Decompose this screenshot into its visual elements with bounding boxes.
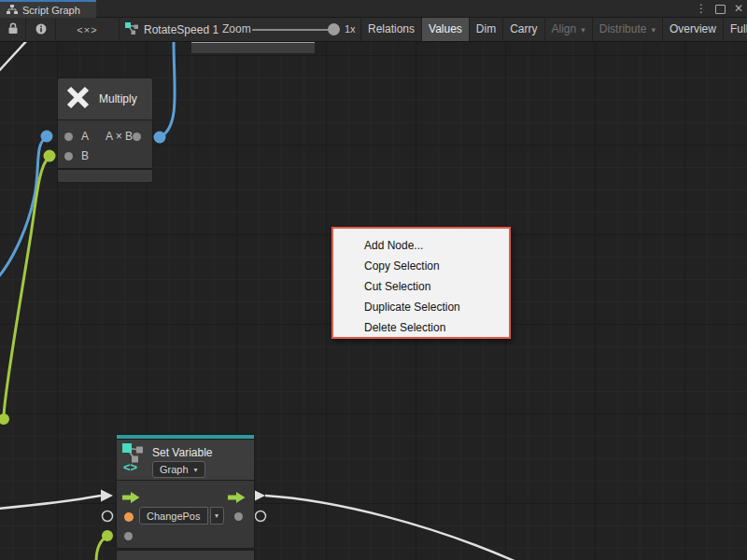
code-icon: <×> <box>77 24 97 35</box>
multiply-body: A A × B B <box>58 120 152 168</box>
window-controls: ⋮ ✕ <box>696 0 743 18</box>
align-button: Align▾ <box>544 18 592 41</box>
toolbar-button-group: Relations Values Dim Carry Align▾ Distri… <box>360 18 747 41</box>
full-screen-button[interactable]: Full Screen <box>723 18 747 41</box>
graph-toolbar: <×> RotateSpeed 1 Zoom 1x Relations Valu… <box>0 18 747 42</box>
multiply-header[interactable]: Multiply <box>58 78 152 120</box>
values-button[interactable]: Values <box>421 18 469 41</box>
multiply-x-icon <box>65 85 91 114</box>
input-port-a[interactable] <box>64 133 73 141</box>
wire-white-out <box>265 496 516 560</box>
menu-item-cut-selection[interactable]: Cut Selection <box>333 276 509 297</box>
wire-white-in <box>0 496 101 509</box>
window-menu-icon[interactable]: ⋮ <box>696 0 707 18</box>
variable-name-dropdown[interactable]: ChangePos ▾ <box>139 507 224 525</box>
distribute-button: Distribute▾ <box>592 18 662 41</box>
tab-script-graph[interactable]: Script Graph <box>0 0 96 18</box>
graph-canvas[interactable]: Multiply A A × B B <box>0 42 747 560</box>
variable-input-port[interactable] <box>124 512 134 522</box>
breadcrumb-label: RotateSpeed 1 <box>144 23 218 36</box>
tab-title: Script Graph <box>22 5 80 16</box>
wire-blue-top <box>162 42 175 136</box>
set-variable-icon: <> <box>122 443 147 480</box>
set-variable-body: ChangePos ▾ <box>117 481 254 548</box>
maximize-icon[interactable] <box>715 5 726 14</box>
port-label-b: B <box>81 149 89 162</box>
set-variable-header[interactable]: <> Set Variable Graph▾ <box>117 440 254 481</box>
svg-text:<>: <> <box>123 460 138 473</box>
menu-item-delete-selection[interactable]: Delete Selection <box>333 317 509 338</box>
zoom-value: 1x <box>345 18 356 41</box>
script-graph-window: Script Graph ⋮ ✕ <box>0 0 747 560</box>
variable-node-icon <box>125 22 138 37</box>
breadcrumb[interactable]: RotateSpeed 1 <box>125 18 218 41</box>
chevron-down-icon: ▾ <box>194 466 198 474</box>
lock-icon <box>8 21 18 38</box>
wire-endpoint-green[interactable] <box>0 413 9 425</box>
variable-kind-dropdown[interactable]: Graph▾ <box>152 461 205 478</box>
wire-white-topleft <box>0 42 29 73</box>
menu-item-duplicate-selection[interactable]: Duplicate Selection <box>333 297 509 317</box>
fallback-input-port[interactable] <box>124 532 133 540</box>
title-bar: Script Graph ⋮ ✕ <box>0 0 747 18</box>
relations-button[interactable]: Relations <box>360 18 421 41</box>
chevron-down-icon: ▾ <box>651 25 655 35</box>
code-view-button[interactable]: <×> <box>56 18 120 41</box>
wire-green-left <box>4 157 49 416</box>
value-output-port[interactable] <box>234 512 243 521</box>
zoom-slider-track[interactable] <box>252 29 334 31</box>
unconnected-port-ring[interactable] <box>103 511 113 522</box>
port-label-result: A × B <box>106 130 133 143</box>
chevron-down-icon: ▾ <box>581 25 585 35</box>
wire-arrowhead <box>253 490 265 502</box>
partial-node[interactable] <box>191 42 315 53</box>
output-port-result[interactable] <box>133 133 141 141</box>
node-set-variable[interactable]: <> Set Variable Graph▾ <box>117 435 254 560</box>
wire-green-bottom <box>96 537 106 560</box>
chevron-down-icon[interactable]: ▾ <box>210 507 224 525</box>
node-title: Set Variable <box>152 446 212 459</box>
graph-icon <box>7 2 18 19</box>
dim-button[interactable]: Dim <box>469 18 502 41</box>
info-button[interactable] <box>26 18 56 41</box>
wire-endpoint-green[interactable] <box>44 150 56 162</box>
flow-output-port[interactable] <box>228 490 246 501</box>
carry-button[interactable]: Carry <box>502 18 543 41</box>
overview-button[interactable]: Overview <box>662 18 723 41</box>
wire-endpoint-blue[interactable] <box>41 131 53 143</box>
set-variable-footer <box>117 551 254 560</box>
context-menu: Add Node... Copy Selection Cut Selection… <box>331 227 511 339</box>
flow-input-port[interactable] <box>122 490 140 501</box>
unconnected-port-ring[interactable] <box>256 511 266 522</box>
wire-endpoint-blue[interactable] <box>154 132 166 144</box>
node-title: Multiply <box>99 92 137 105</box>
multiply-footer <box>58 170 152 182</box>
wire-endpoint-green[interactable] <box>102 530 113 541</box>
wire-blue-left <box>0 137 47 278</box>
zoom-slider-knob[interactable] <box>328 23 340 35</box>
lock-button[interactable] <box>0 18 26 41</box>
wire-arrowhead <box>101 490 113 502</box>
close-icon[interactable]: ✕ <box>734 0 743 18</box>
node-multiply[interactable]: Multiply A A × B B <box>58 78 152 182</box>
menu-item-copy-selection[interactable]: Copy Selection <box>333 256 509 276</box>
menu-item-add-node[interactable]: Add Node... <box>333 235 509 256</box>
info-icon <box>35 21 47 38</box>
port-label-a: A <box>81 130 89 143</box>
input-port-b[interactable] <box>64 152 73 161</box>
zoom-label: Zoom <box>222 18 251 41</box>
